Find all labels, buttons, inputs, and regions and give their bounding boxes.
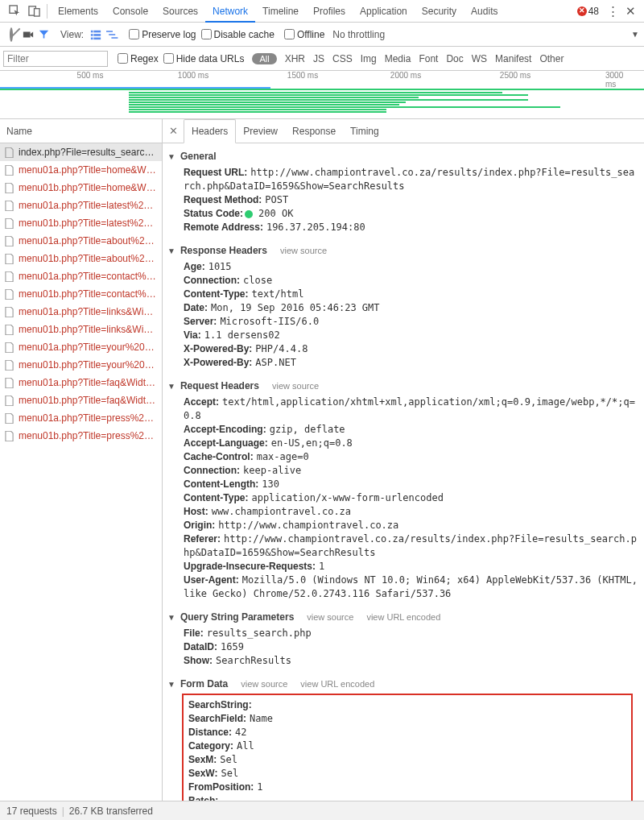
request-row[interactable]: menu01b.php?Title=your%20cha… xyxy=(0,356,162,374)
kebab-menu-icon[interactable]: ⋮ xyxy=(604,4,621,19)
tab-audits[interactable]: Audits xyxy=(464,0,505,23)
header-row: Connection:close xyxy=(184,274,639,288)
detail-tab-timing[interactable]: Timing xyxy=(343,119,386,143)
separator xyxy=(47,4,47,19)
filter-type-doc[interactable]: Doc xyxy=(446,53,463,64)
view-source-link[interactable]: view source xyxy=(280,246,327,255)
file-icon xyxy=(5,165,14,176)
preserve-log-checkbox[interactable]: Preserve log xyxy=(129,29,196,40)
file-icon xyxy=(5,201,14,211)
header-row: Via:1.1 dersens02 xyxy=(184,329,639,342)
filter-type-manifest[interactable]: Manifest xyxy=(495,53,531,64)
request-row[interactable]: menu01a.php?Title=your%20cha… xyxy=(0,338,162,356)
close-devtools-icon[interactable]: ✕ xyxy=(621,4,639,19)
request-row[interactable]: menu01a.php?Title=latest%20res… xyxy=(0,197,162,214)
filter-type-font[interactable]: Font xyxy=(419,53,438,64)
disable-cache-checkbox[interactable]: Disable cache xyxy=(201,29,275,40)
filter-type-xhr[interactable]: XHR xyxy=(285,53,305,64)
request-row[interactable]: index.php?File=results_search.ph… xyxy=(0,143,162,161)
disclose-icon[interactable]: ▼ xyxy=(167,613,175,622)
header-row: Accept-Encoding:gzip, deflate xyxy=(184,423,639,437)
disclose-icon[interactable]: ▼ xyxy=(167,680,175,689)
timeline-overview[interactable]: 500 ms1000 ms1500 ms2000 ms2500 ms3000 m… xyxy=(0,71,644,119)
view-url-encoded-link[interactable]: view URL encoded xyxy=(366,612,440,622)
tab-console[interactable]: Console xyxy=(105,0,155,23)
header-row: Referer:http://www.championtravel.co.za/… xyxy=(184,532,639,560)
timeline-tick: 3000 ms xyxy=(605,71,631,89)
header-row: X-Powered-By:ASP.NET xyxy=(184,356,639,370)
waterfall-view-icon[interactable] xyxy=(106,29,119,40)
tab-application[interactable]: Application xyxy=(353,0,415,23)
regex-checkbox[interactable]: Regex xyxy=(118,53,159,64)
filter-type-img[interactable]: Img xyxy=(361,53,377,64)
tab-sources[interactable]: Sources xyxy=(155,0,205,23)
header-row: SearchField:Name xyxy=(188,712,626,726)
offline-checkbox[interactable]: Offline xyxy=(284,29,324,40)
tab-network[interactable]: Network xyxy=(205,0,255,23)
header-row: SexM:Sel xyxy=(188,753,626,767)
close-detail-icon[interactable]: ✕ xyxy=(166,125,180,137)
list-view-icon[interactable] xyxy=(90,29,101,40)
filter-type-other[interactable]: Other xyxy=(539,53,564,64)
clear-icon[interactable] xyxy=(10,29,13,40)
detail-tab-preview[interactable]: Preview xyxy=(236,119,285,143)
tab-elements[interactable]: Elements xyxy=(51,0,105,23)
request-row[interactable]: menu01a.php?Title=links&Width… xyxy=(0,303,162,321)
request-row[interactable]: menu01a.php?Title=about%20ch… xyxy=(0,232,162,250)
split-view: Name index.php?File=results_search.ph…me… xyxy=(0,119,644,820)
request-row[interactable]: menu01b.php?Title=about%20ch… xyxy=(0,250,162,267)
header-row: Distance:42 xyxy=(188,726,626,739)
header-row: Upgrade-Insecure-Requests:1 xyxy=(184,560,639,574)
header-row: DataID:1659 xyxy=(184,640,639,654)
view-source-link[interactable]: view source xyxy=(272,381,319,391)
detail-tab-response[interactable]: Response xyxy=(285,119,343,143)
inspect-icon[interactable] xyxy=(5,2,24,21)
hide-data-urls-checkbox[interactable]: Hide data URLs xyxy=(163,53,245,64)
filter-icon[interactable] xyxy=(39,29,49,39)
file-icon xyxy=(5,360,14,371)
request-row[interactable]: menu01b.php?Title=home&Widt… xyxy=(0,179,162,197)
section-response-headers: ▼Response Headersview sourceAge:1015Conn… xyxy=(163,241,644,376)
tab-timeline[interactable]: Timeline xyxy=(255,0,306,23)
detail-tabs: ✕ HeadersPreviewResponseTiming xyxy=(163,119,644,143)
filter-type-ws[interactable]: WS xyxy=(472,53,487,64)
header-row: Content-Length:130 xyxy=(184,478,639,491)
request-row[interactable]: menu01b.php?Title=contact%20i… xyxy=(0,285,162,303)
svg-rect-6 xyxy=(91,34,93,36)
chevron-down-icon[interactable]: ▼ xyxy=(631,30,639,39)
error-badge[interactable]: ✕ 48 xyxy=(577,6,599,17)
filter-type-all[interactable]: All xyxy=(252,53,276,64)
request-row[interactable]: menu01a.php?Title=contact%20i… xyxy=(0,267,162,285)
camera-icon[interactable] xyxy=(23,29,34,40)
request-row[interactable]: menu01b.php?Title=latest%20res… xyxy=(0,214,162,232)
view-source-link[interactable]: view source xyxy=(241,679,287,689)
header-row: SexW:Sel xyxy=(188,767,626,781)
filter-type-media[interactable]: Media xyxy=(385,53,411,64)
request-row[interactable]: menu01b.php?Title=faq&Width=… xyxy=(0,391,162,409)
filter-input[interactable] xyxy=(3,51,108,67)
filter-type-js[interactable]: JS xyxy=(313,53,324,64)
disclose-icon[interactable]: ▼ xyxy=(167,152,175,161)
header-row: X-Powered-By:PHP/4.4.8 xyxy=(184,342,639,356)
filter-type-css[interactable]: CSS xyxy=(332,53,353,64)
request-row[interactable]: menu01a.php?Title=press%20rele… xyxy=(0,409,162,427)
device-mode-icon[interactable] xyxy=(24,2,43,21)
header-row: Category:All xyxy=(188,739,626,753)
disclose-icon[interactable]: ▼ xyxy=(167,382,175,391)
detail-tab-headers[interactable]: Headers xyxy=(184,119,236,143)
request-row[interactable]: menu01b.php?Title=links&Width… xyxy=(0,321,162,338)
disclose-icon[interactable]: ▼ xyxy=(167,246,175,255)
request-row[interactable]: menu01b.php?Title=press%20rel… xyxy=(0,427,162,445)
header-row: Origin:http://www.championtravel.co.za xyxy=(184,519,639,532)
throttle-select[interactable]: No throttling xyxy=(329,29,388,40)
tab-security[interactable]: Security xyxy=(415,0,464,23)
view-url-encoded-link[interactable]: view URL encoded xyxy=(300,679,374,689)
view-source-link[interactable]: view source xyxy=(307,612,353,622)
name-header[interactable]: Name xyxy=(0,119,162,143)
header-row: Date:Mon, 19 Sep 2016 05:46:23 GMT xyxy=(184,301,639,315)
tab-profiles[interactable]: Profiles xyxy=(306,0,353,23)
detail-body: ▼GeneralRequest URL:http://www.championt… xyxy=(163,143,644,820)
request-row[interactable]: menu01a.php?Title=home&Widt… xyxy=(0,161,162,179)
request-row[interactable]: menu01a.php?Title=faq&Width=… xyxy=(0,374,162,391)
svg-rect-12 xyxy=(112,37,118,39)
